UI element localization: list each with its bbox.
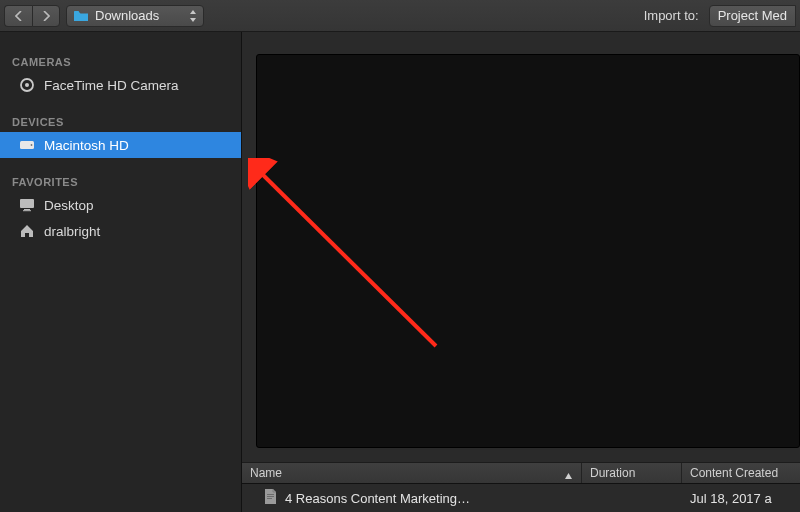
svg-rect-7: [23, 210, 31, 211]
column-header: Name Duration Content Created: [242, 462, 800, 484]
column-name[interactable]: Name: [242, 463, 582, 483]
sidebar-item-label: dralbright: [44, 224, 100, 239]
back-button[interactable]: [4, 5, 32, 27]
path-popup[interactable]: Downloads: [66, 5, 204, 27]
sidebar-item-macintosh-hd[interactable]: Macintosh HD: [0, 132, 241, 158]
section-header-cameras: CAMERAS: [0, 50, 241, 72]
path-label: Downloads: [95, 8, 159, 23]
main-area: Name Duration Content Created: [242, 32, 800, 512]
desktop-icon: [18, 198, 36, 212]
file-name: 4 Reasons Content Marketing…: [285, 491, 470, 506]
file-list: 4 Reasons Content Marketing… Jul 18, 201…: [242, 484, 800, 512]
import-to-label: Import to:: [644, 8, 699, 23]
section-header-devices: DEVICES: [0, 110, 241, 132]
sidebar: CAMERAS FaceTime HD Camera DEVICES Macin…: [0, 32, 242, 512]
sidebar-item-home[interactable]: dralbright: [0, 218, 241, 244]
svg-rect-6: [24, 209, 30, 210]
updown-arrows-icon: [189, 10, 197, 22]
svg-rect-5: [20, 199, 34, 208]
svg-rect-8: [267, 494, 274, 495]
nav-segment: [4, 5, 60, 27]
file-created: Jul 18, 2017 a: [690, 491, 772, 506]
sidebar-item-label: Macintosh HD: [44, 138, 129, 153]
svg-rect-9: [267, 496, 274, 497]
sidebar-item-label: FaceTime HD Camera: [44, 78, 179, 93]
folder-icon: [73, 10, 89, 22]
svg-rect-10: [267, 498, 272, 499]
sort-caret-icon: [564, 469, 573, 483]
toolbar: Downloads Import to: Project Med: [0, 0, 800, 32]
sidebar-item-facetime-camera[interactable]: FaceTime HD Camera: [0, 72, 241, 98]
svg-point-2: [25, 83, 29, 87]
column-name-label: Name: [250, 466, 282, 480]
sidebar-item-desktop[interactable]: Desktop: [0, 192, 241, 218]
import-target-label: Project Med: [718, 8, 787, 23]
camera-ring-icon: [18, 77, 36, 93]
sidebar-item-label: Desktop: [44, 198, 94, 213]
column-created-label: Content Created: [690, 466, 778, 480]
import-window: Downloads Import to: Project Med CAMERAS: [0, 0, 800, 512]
column-duration-label: Duration: [590, 466, 635, 480]
import-target-popup[interactable]: Project Med: [709, 5, 796, 27]
column-duration[interactable]: Duration: [582, 463, 682, 483]
forward-button[interactable]: [32, 5, 60, 27]
home-icon: [18, 224, 36, 238]
column-content-created[interactable]: Content Created: [682, 463, 800, 483]
section-header-favorites: FAVORITES: [0, 170, 241, 192]
table-row[interactable]: 4 Reasons Content Marketing… Jul 18, 201…: [242, 484, 800, 512]
svg-rect-0: [74, 11, 79, 13]
preview-pane: [256, 54, 800, 448]
hard-drive-icon: [18, 139, 36, 151]
svg-point-4: [31, 144, 33, 146]
document-icon: [264, 489, 277, 508]
